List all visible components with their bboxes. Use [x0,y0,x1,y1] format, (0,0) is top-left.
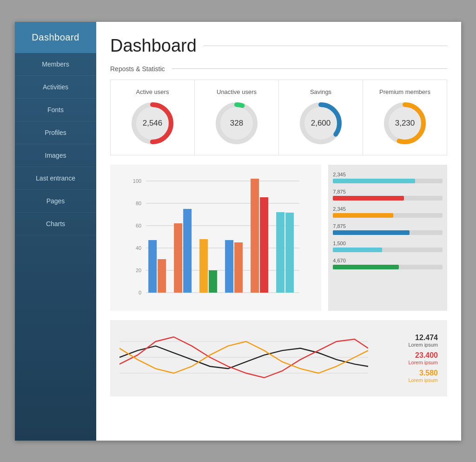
hbar-row-2: 7,875 [333,189,443,201]
donut-unactive: 328 [213,100,260,147]
section-divider [172,68,448,69]
svg-rect-30 [225,240,233,293]
stat-value-savings: 2,600 [311,119,331,128]
donut-savings: 2,600 [298,100,344,147]
hbar-fill-4 [333,230,410,235]
legend-label-2: Lorem ipsum [377,360,438,365]
sidebar-item-last-entrance[interactable]: Last entrance [15,167,96,190]
legend-value-2: 23.400 [377,351,438,360]
legend-item-2: 23.400 Lorem ipsum [377,351,438,365]
hbar-track-5 [333,248,443,252]
svg-rect-31 [234,242,243,293]
sidebar-item-activities[interactable]: Activities [15,76,96,99]
stat-label-unactive: Unactive users [217,88,257,95]
sidebar-title: Dashboard [15,22,96,53]
line-chart-section: 12.474 Lorem ipsum 23.400 Lorem ipsum 3.… [110,320,447,396]
stat-value-active: 2,546 [143,119,163,128]
stat-card-active-users: Active users 2,546 [111,80,195,155]
svg-rect-28 [199,239,208,293]
sidebar-item-members[interactable]: Members [15,53,96,76]
sidebar-item-charts[interactable]: Charts [15,213,96,235]
stat-value-unactive: 328 [230,119,243,128]
page-title: Dashboard [110,36,197,56]
svg-text:20: 20 [136,268,141,273]
hbar-fill-1 [333,179,415,183]
sidebar-item-images[interactable]: Images [15,144,96,167]
hbar-track-4 [333,230,443,235]
main-content: Dashboard Reposts & Statistic Active use… [96,22,461,441]
legend-value-1: 12.474 [377,334,438,342]
hbar-row-4: 7,875 [333,223,443,235]
line-chart-svg [119,327,368,388]
stat-label-premium: Premium members [379,88,430,95]
sidebar: Dashboard Members Activities Fonts Profi… [15,22,96,441]
svg-rect-34 [276,212,284,293]
svg-text:40: 40 [136,245,141,251]
section-label: Reposts & Statistic [110,65,165,73]
title-divider [204,46,447,46]
svg-text:100: 100 [133,178,141,184]
stat-label-active: Active users [136,88,169,95]
hbar-fill-6 [333,265,398,269]
svg-rect-29 [209,270,217,293]
svg-rect-35 [285,213,294,293]
stat-label-savings: Savings [310,88,331,95]
hbar-track-2 [333,196,443,201]
page-title-row: Dashboard [110,36,447,56]
sidebar-item-profiles[interactable]: Profiles [15,121,96,144]
hbar-label-1: 2,345 [333,172,443,177]
stat-value-premium: 3,230 [395,119,415,128]
svg-rect-26 [174,223,182,293]
hbar-fill-5 [333,248,382,252]
donut-premium: 3,230 [382,100,428,147]
stat-card-savings: Savings 2,600 [279,80,363,155]
hbar-track-6 [333,265,443,269]
hbar-label-5: 1,500 [333,241,443,246]
hbar-row-1: 2,345 [333,172,443,183]
svg-rect-33 [260,197,268,293]
hbar-row-6: 4,670 [333,258,443,269]
bar-chart-svg: 100 80 60 40 20 0 [117,172,314,302]
svg-rect-27 [183,209,192,293]
svg-text:0: 0 [139,290,141,295]
svg-text:80: 80 [136,201,141,206]
hbar-label-6: 4,670 [333,258,443,263]
horizontal-bars-container: 2,345 7,875 2,345 [328,165,447,311]
legend-item-3: 3.580 Lorem ipsum [377,369,438,383]
legend-value-3: 3.580 [377,369,438,377]
svg-rect-25 [158,259,166,293]
hbar-fill-3 [333,213,393,218]
hbar-label-4: 7,875 [333,223,443,229]
stats-row: Active users 2,546 Unactive users [110,80,447,155]
line-chart-inner: 12.474 Lorem ipsum 23.400 Lorem ipsum 3.… [119,327,438,389]
svg-rect-32 [251,179,259,293]
svg-text:60: 60 [136,223,141,228]
charts-row: 100 80 60 40 20 0 [110,165,447,311]
app-wrapper: Dashboard Members Activities Fonts Profi… [15,22,461,441]
hbar-row-3: 2,345 [333,206,443,218]
stat-card-premium: Premium members 3,230 [363,80,447,155]
stat-card-unactive-users: Unactive users 328 [195,80,279,155]
hbar-label-3: 2,345 [333,206,443,212]
legend-item-1: 12.474 Lorem ipsum [377,334,438,348]
line-chart-svg-wrap [119,327,368,389]
sidebar-item-pages[interactable]: Pages [15,190,96,213]
hbar-label-2: 7,875 [333,189,443,194]
legend-label-3: Lorem ipsum [377,377,438,383]
hbar-track-3 [333,213,443,218]
svg-rect-24 [148,240,157,293]
bar-chart-container: 100 80 60 40 20 0 [110,165,321,311]
hbar-track-1 [333,179,443,183]
hbar-row-5: 1,500 [333,241,443,252]
line-chart-legend: 12.474 Lorem ipsum 23.400 Lorem ipsum 3.… [377,327,438,389]
legend-label-1: Lorem ipsum [377,342,438,348]
hbar-fill-2 [333,196,404,201]
sidebar-item-fonts[interactable]: Fonts [15,99,96,121]
donut-active: 2,546 [129,100,176,147]
section-header: Reposts & Statistic [110,65,447,73]
